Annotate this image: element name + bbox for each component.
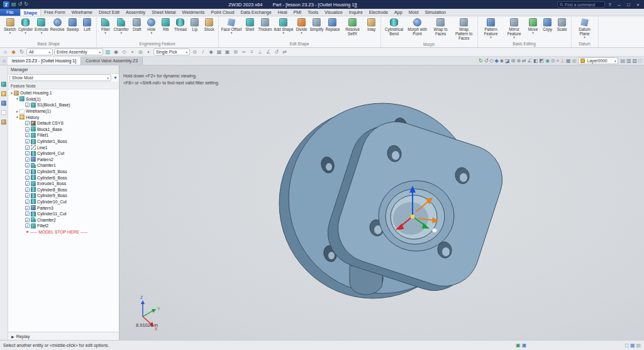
mirror-feature-button[interactable]: Mirror Feature ▾ [503,18,526,40]
shell-button[interactable]: Shell [243,18,257,32]
tree-row[interactable]: ✓ Fillet1 [8,132,119,138]
draft-button[interactable]: Draft [130,18,144,32]
swap-pick-icon[interactable]: ⇄ [281,50,288,55]
menu-wireframe[interactable]: Wireframe [69,9,96,16]
minimize-button[interactable]: – [614,1,624,9]
dropdown-caret-icon[interactable]: ▾ [9,31,11,35]
copy-button[interactable]: Copy [541,18,555,32]
inlay-button[interactable]: Inlay [365,18,379,32]
reset-filter-icon[interactable]: ↻ [18,50,25,55]
redo-icon[interactable]: ↻ [24,2,28,7]
tree-row[interactable]: ✓ Chamfer2 [8,217,119,223]
dropdown-caret-icon[interactable]: ▾ [231,31,233,35]
tree-row[interactable]: ✓ Block1_Base [8,127,119,133]
view-manager-tab-icon[interactable] [1,110,6,115]
thread-button[interactable]: Thread [174,18,187,32]
tree-row[interactable]: ✓ Cylinder4_Cut [8,150,119,157]
point-display-icon[interactable]: ⊙ [551,59,555,64]
model-stop-marker-icon[interactable]: ◄ [25,230,29,234]
start-page-icon[interactable]: ⌂ [3,59,6,64]
dropdown-caret-icon[interactable]: ▾ [301,31,303,35]
menu-mold[interactable]: Mold [406,9,422,16]
command-echo-icon[interactable]: ▣ [522,343,527,348]
display-shade-icon[interactable]: ◆ [495,59,499,64]
chamfer-button[interactable]: Chamfer ▾ [113,18,130,35]
filter-funnel-icon[interactable]: ▼ [113,76,118,80]
pick-point-icon[interactable]: ⊙ [191,50,198,55]
tree-row[interactable]: ◄ ----- MODEL STOP HERE ----- [8,229,119,235]
divide-button[interactable]: Divide ▾ [294,18,308,35]
ambient-icon[interactable]: ◎ [572,59,576,64]
color-filter-icon[interactable]: ▨ [104,50,111,55]
wrap-to-faces-button[interactable]: Wrap to Faces [430,18,452,37]
snap-angle-icon[interactable]: ∠ [265,50,272,55]
menu-inquire[interactable]: Inquire [346,9,366,16]
dropdown-caret-icon[interactable]: ▾ [490,36,492,39]
cylindrical-bend-button[interactable]: Cylindrical Bend [383,18,406,37]
thicken-button[interactable]: Thicken [257,18,272,32]
pattern-feature-button[interactable]: Pattern Feature ▾ [480,18,502,40]
morph-with-point-button[interactable]: Morph with Point [406,18,429,37]
datum-plane-button[interactable]: Datum Plane ▾ [574,18,596,40]
scale-button[interactable]: Scale [555,18,569,32]
restore-button[interactable]: □ [624,1,633,9]
grid-status-icon[interactable]: ▦ [630,343,635,348]
dropdown-caret-icon[interactable]: ▾ [584,36,586,39]
grid-toggle-icon[interactable]: ▦ [566,59,571,64]
fillet-button[interactable]: Fillet ▾ [99,18,113,35]
visibility-checkbox[interactable]: ✓ [25,223,30,228]
visibility-checkbox[interactable]: ✓ [25,181,30,186]
visibility-checkbox[interactable]: ✓ [25,121,30,125]
expander-icon[interactable]: ▾ [15,115,19,119]
menu-free-form[interactable]: Free Form [41,9,69,16]
tree-row[interactable]: ✓ Extrude1_Boss [8,181,119,187]
move-button[interactable]: Move ▾ [526,18,540,35]
dropdown-caret-icon[interactable]: ▾ [513,36,515,39]
tree-row[interactable]: ✓ Cylinder8_Boss [8,187,119,193]
tree-row[interactable]: ✓ Cylinder1_Boss [8,138,119,145]
window-pick-icon[interactable]: ⊞ [232,50,239,55]
history-manager-tab-icon[interactable] [1,91,6,96]
snap-status-icon[interactable]: ◻ [625,343,629,348]
show-all-icon[interactable]: ◎ [137,50,144,55]
menu-point-cloud[interactable]: Point Cloud [208,9,237,16]
rib-button[interactable]: Rib [159,18,173,32]
view-iso-icon[interactable]: ◩ [539,59,544,64]
pick-shape-icon[interactable]: ▦ [216,50,223,55]
menu-simulation[interactable]: Simulation [421,9,449,16]
menu-pmi[interactable]: PMI [291,9,305,16]
dropdown-caret-icon[interactable]: ▾ [120,31,122,35]
tree-row[interactable]: ✓ Default CSYS [8,120,119,127]
face-offset-button[interactable]: Face Offset ▾ [221,18,242,35]
visibility-checkbox[interactable]: ✓ [25,188,30,192]
visual-manager-icon[interactable]: ▥ [626,59,631,64]
visibility-checkbox[interactable]: ✓ [25,200,30,204]
section-view-icon[interactable]: ◪ [505,59,510,64]
model-3d[interactable] [279,103,502,298]
pick-face-icon[interactable]: ◆ [208,50,214,55]
display-hidden-icon[interactable]: ◈ [500,59,504,64]
menu-electrode[interactable]: Electrode [366,9,391,16]
visibility-checkbox[interactable]: ✓ [25,206,30,210]
extrude-button[interactable]: Extrude ▾ [34,18,49,35]
stock-button[interactable]: Stock [203,18,216,32]
display-wireframe-icon[interactable]: ◇ [489,59,493,64]
tree-row[interactable]: ▾ Outlet Housing 1 [8,90,119,96]
show-target-icon[interactable]: ◉ [545,59,550,64]
visibility-checkbox[interactable]: ✓ [25,176,30,180]
replay-button[interactable]: ▶ Replay [8,332,119,340]
layer-settings-icon[interactable]: ▤ [620,59,625,64]
viewport-canvas[interactable]: Z Y X [119,65,644,340]
viewport[interactable]: Z Y X Hold down <F2> for dynamic viewing… [119,65,644,340]
background-icon[interactable]: ▨ [633,59,638,64]
dropdown-caret-icon[interactable]: ▾ [283,31,285,35]
entity-filter-select[interactable]: All ▾ [26,48,53,55]
regen-icon[interactable]: ↻ [479,59,483,64]
sketch-button[interactable]: Sketch ▾ [3,18,17,35]
layer-manager-tab-icon[interactable] [1,101,6,106]
wrap-pattern-button[interactable]: Wrap Pattern to Faces [453,18,475,42]
pick-last-icon[interactable]: ↺ [273,50,280,55]
menu-visualize[interactable]: Visualize [321,9,346,16]
tree-row[interactable]: ✓ Pattern2 [8,157,119,163]
search-input[interactable] [565,3,602,7]
